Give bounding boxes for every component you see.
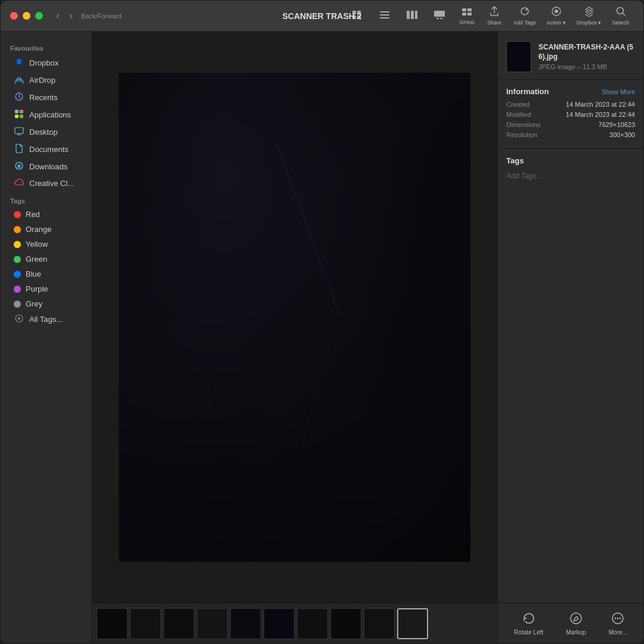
documents-icon [14, 144, 24, 155]
sidebar-item-creative-cloud-label: Creative Cl... [29, 179, 74, 188]
thumbnail-8[interactable] [330, 608, 361, 639]
sidebar-item-yellow[interactable]: Yellow [4, 237, 88, 251]
scratch-decoration-3 [207, 366, 212, 414]
scratch-decoration-2 [302, 342, 330, 445]
favourites-label: Favourites [1, 42, 91, 54]
dropbox-toolbar-button[interactable]: Dropbox ▾ [572, 4, 606, 28]
svg-point-17 [525, 9, 527, 11]
right-action-bar: Rotate Left Markup More... [498, 603, 643, 643]
more-button[interactable]: More... [603, 609, 633, 638]
action-button[interactable]: Action ▾ [541, 4, 571, 28]
dimensions-row: Dimensions 7629×10623 [506, 121, 635, 128]
thumbnail-5[interactable] [230, 608, 261, 639]
thumbnail-9[interactable] [364, 608, 395, 639]
svg-point-31 [18, 317, 20, 320]
sidebar-item-desktop[interactable]: Desktop [4, 124, 88, 140]
sidebar-item-applications[interactable]: Applications [4, 107, 88, 123]
rotate-left-button[interactable]: Rotate Left [508, 609, 549, 638]
sidebar-item-blue[interactable]: Blue [4, 267, 88, 281]
show-more-button[interactable]: Show More [602, 88, 635, 95]
back-forward-label: Back/Forward [81, 13, 122, 20]
sidebar-item-downloads[interactable]: Downloads [4, 159, 88, 175]
sidebar-item-creative-cloud[interactable]: Creative Cl... [4, 176, 88, 191]
sidebar-item-downloads-label: Downloads [29, 162, 67, 171]
svg-rect-16 [467, 13, 472, 16]
creative-cloud-icon [14, 178, 24, 188]
list-view-button[interactable] [371, 8, 398, 24]
file-area [92, 32, 497, 643]
file-details: SCANNER-TRASH-2-AAA (56).jpg JPEG image … [538, 43, 635, 70]
rotate-left-icon [522, 611, 536, 627]
thumbnail-6[interactable] [264, 608, 295, 639]
sidebar-item-grey[interactable]: Grey [4, 297, 88, 311]
thumbnail-1[interactable] [97, 608, 128, 639]
sidebar-item-documents[interactable]: Documents [4, 141, 88, 157]
thumbnail-3[interactable] [163, 608, 194, 639]
search-button[interactable]: Search [607, 4, 634, 28]
dropbox-toolbar-label: Dropbox ▾ [577, 20, 602, 26]
main-content: Favourites Dropbox AirDrop Recents [1, 32, 643, 643]
forward-button[interactable]: › [66, 8, 76, 23]
gallery-view-button[interactable] [426, 8, 453, 24]
resolution-value: 300×300 [609, 131, 635, 138]
markup-label: Markup [566, 629, 586, 636]
add-tags-button[interactable]: Add Tags [509, 4, 540, 28]
minimize-button[interactable] [23, 12, 30, 20]
share-button[interactable]: Share [481, 4, 507, 28]
markup-button[interactable]: Markup [560, 609, 592, 638]
svg-rect-13 [462, 8, 466, 11]
thumbnail-7[interactable] [297, 608, 328, 639]
list-view-icon [379, 10, 390, 21]
svg-rect-11 [436, 18, 439, 19]
modified-value: 14 March 2023 at 22:44 [566, 111, 635, 118]
thumbnail-4[interactable] [197, 608, 228, 639]
sidebar-item-all-tags-label: All Tags... [29, 315, 63, 324]
resolution-label: Resolution [506, 131, 537, 138]
modified-row: Modified 14 March 2023 at 22:44 [506, 111, 635, 118]
preview-image [119, 73, 470, 562]
sidebar-item-recents[interactable]: Recents [4, 89, 88, 106]
close-button[interactable] [10, 12, 18, 20]
column-view-button[interactable] [399, 8, 425, 24]
downloads-icon [14, 161, 24, 172]
group-icon [461, 7, 473, 18]
orange-tag-dot [14, 226, 21, 233]
right-panel: SCANNER-TRASH-2-AAA (56).jpg JPEG image … [497, 32, 643, 643]
file-name: SCANNER-TRASH-2-AAA (56).jpg [538, 43, 635, 61]
svg-rect-26 [15, 114, 18, 118]
dimensions-label: Dimensions [506, 121, 540, 128]
svg-point-19 [555, 10, 558, 13]
svg-rect-8 [411, 11, 414, 19]
thumbnail-active[interactable] [397, 608, 428, 639]
svg-rect-27 [20, 114, 23, 118]
sidebar-item-red-label: Red [26, 210, 40, 219]
sidebar-item-desktop-label: Desktop [29, 128, 58, 137]
sidebar-item-purple[interactable]: Purple [4, 282, 88, 296]
sidebar-item-orange-label: Orange [26, 225, 51, 234]
column-view-icon [406, 10, 418, 21]
sidebar-item-red[interactable]: Red [4, 208, 88, 221]
group-label: Group [460, 19, 475, 25]
sidebar-item-dropbox[interactable]: Dropbox [4, 55, 88, 71]
rotate-left-label: Rotate Left [514, 629, 543, 636]
add-tags-placeholder[interactable]: Add Tags... [506, 172, 542, 180]
green-tag-dot [14, 256, 21, 263]
tags-section: Tags Add Tags... [498, 149, 643, 603]
svg-rect-25 [20, 110, 23, 113]
file-dash: – [577, 63, 583, 70]
information-title: Information [506, 87, 549, 96]
sidebar-item-all-tags[interactable]: All Tags... [4, 312, 88, 327]
desktop-icon [14, 126, 24, 138]
scratch-decoration-1 [277, 145, 339, 314]
more-label: More... [609, 629, 627, 636]
svg-rect-28 [15, 128, 23, 134]
svg-line-21 [623, 13, 625, 16]
sidebar-item-green[interactable]: Green [4, 252, 88, 266]
sidebar-item-orange[interactable]: Orange [4, 222, 88, 236]
thumbnail-2[interactable] [130, 608, 161, 639]
file-type: JPEG image [538, 63, 575, 70]
maximize-button[interactable] [35, 12, 43, 20]
sidebar-item-airdrop[interactable]: AirDrop [4, 72, 88, 88]
group-button[interactable]: Group [454, 4, 480, 27]
back-button[interactable]: ‹ [52, 8, 63, 23]
